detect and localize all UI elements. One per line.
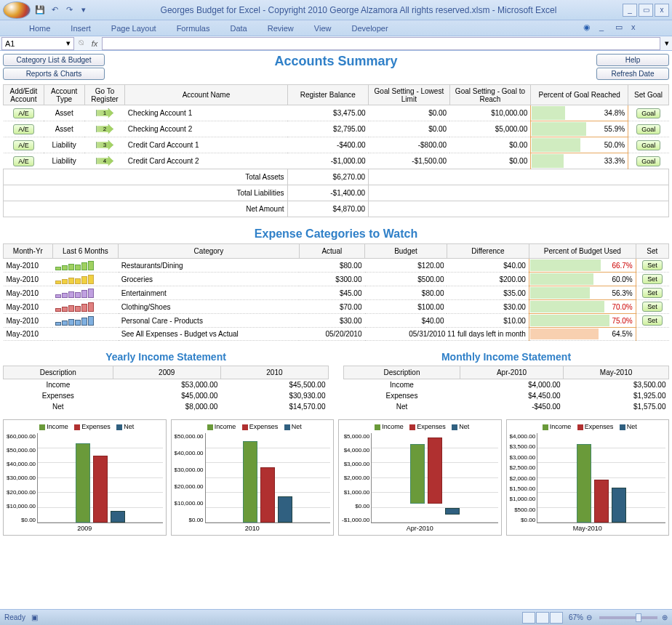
normal-view-button[interactable] xyxy=(522,612,535,624)
goto-register-arrow-icon[interactable]: 3 xyxy=(96,140,113,150)
chart-plot xyxy=(37,433,162,523)
save-icon[interactable]: 💾 xyxy=(33,4,47,17)
chevron-down-icon[interactable]: ▾ xyxy=(66,39,71,48)
see-all-link[interactable]: See All Expenses - Budget vs Actual xyxy=(119,328,300,341)
formula-input[interactable] xyxy=(102,37,660,50)
goal-button[interactable]: Goal xyxy=(636,124,660,134)
set-button[interactable]: Set xyxy=(642,260,663,270)
budget-value: $500.00 xyxy=(365,273,447,286)
tab-developer[interactable]: Developer xyxy=(351,24,388,33)
col-goal: Goal Setting - Goal to Reach xyxy=(449,85,531,105)
window-title: Georges Budget for Excel - Copyright 201… xyxy=(95,5,623,15)
month-yr: May-2010 xyxy=(4,273,53,286)
expense-row: May-2010 Groceries $300.00 $500.00 $200.… xyxy=(4,273,669,286)
tab-view[interactable]: View xyxy=(314,24,332,33)
expand-formula-icon[interactable]: ▾ xyxy=(662,39,672,48)
help-button[interactable]: Help xyxy=(596,54,669,66)
month-yr: May-2010 xyxy=(4,286,53,300)
col-budget: Budget xyxy=(365,244,447,259)
zoom-slider[interactable] xyxy=(599,616,657,619)
total-value: $4,870.00 xyxy=(287,201,369,217)
chart-yaxis: $4,000.00$3,500.00$3,000.00$2,500.00$2,0… xyxy=(510,433,537,523)
col-low: Goal Setting - Lowest Limit xyxy=(369,85,450,105)
ribbon-close-icon[interactable]: x xyxy=(631,23,643,34)
chart-xaxis: 2010 xyxy=(175,525,331,532)
goto-register-arrow-icon[interactable]: 4 xyxy=(96,156,113,166)
sparkline-icon xyxy=(55,315,115,326)
qat-dropdown-icon[interactable]: ▾ xyxy=(77,4,90,17)
percent-goal-cell: 34.8% xyxy=(531,105,628,121)
tab-home[interactable]: Home xyxy=(29,24,50,33)
goal-button[interactable]: Goal xyxy=(636,156,660,166)
category-name: Groceries xyxy=(119,273,300,286)
zoom-out-icon[interactable]: ⊖ xyxy=(586,613,592,621)
goal-button[interactable]: Goal xyxy=(636,108,660,118)
office-button[interactable] xyxy=(3,1,31,19)
set-button[interactable]: Set xyxy=(642,315,663,326)
maximize-button[interactable]: ▭ xyxy=(639,4,653,17)
col-balance: Register Balance xyxy=(287,85,369,105)
tab-review[interactable]: Review xyxy=(268,24,294,33)
actual-value: $300.00 xyxy=(299,273,364,286)
tab-insert[interactable]: Insert xyxy=(71,24,91,33)
budget-value: $100.00 xyxy=(365,300,447,314)
chart-legend: Income Expenses Net xyxy=(175,423,331,430)
cancel-formula-icon[interactable]: ⦰ xyxy=(76,39,87,48)
tab-page-layout[interactable]: Page Layout xyxy=(111,24,156,33)
reports-charts-button[interactable]: Reports & Charts xyxy=(3,68,105,80)
redo-icon[interactable]: ↷ xyxy=(63,4,76,17)
page-layout-view-button[interactable] xyxy=(536,612,549,624)
add-edit-button[interactable]: A/E xyxy=(13,156,34,166)
refresh-date-button[interactable]: Refresh Date xyxy=(596,68,669,80)
goal-button[interactable]: Goal xyxy=(636,140,660,150)
add-edit-button[interactable]: A/E xyxy=(13,124,34,134)
chart-yaxis: $5,000.00$4,000.00$3,000.00$2,000.00$1,0… xyxy=(342,433,371,523)
goto-register-arrow-icon[interactable]: 1 xyxy=(96,108,113,118)
add-edit-button[interactable]: A/E xyxy=(13,140,34,150)
fx-icon[interactable]: fx xyxy=(87,39,102,48)
category-list-button[interactable]: Category List & Budget xyxy=(3,54,105,66)
account-name: Credit Card Account 1 xyxy=(125,137,287,153)
total-label: Total Liabilities xyxy=(4,185,288,201)
chart-plot xyxy=(205,433,330,523)
close-button[interactable]: x xyxy=(655,4,669,17)
tab-data[interactable]: Data xyxy=(230,24,247,33)
goto-register-arrow-icon[interactable]: 2 xyxy=(96,124,113,134)
minimize-button[interactable]: _ xyxy=(623,4,637,17)
undo-icon[interactable]: ↶ xyxy=(48,4,61,17)
ribbon-minimize-icon[interactable]: _ xyxy=(599,23,611,34)
monthly-income-title: Monthly Income Statement xyxy=(343,351,669,363)
name-box-value: A1 xyxy=(5,39,15,48)
set-button[interactable]: Set xyxy=(642,302,663,312)
col-set: Set xyxy=(636,244,668,259)
ribbon-restore-icon[interactable]: ▭ xyxy=(615,23,627,34)
goal-low: -$800.00 xyxy=(369,137,450,153)
name-box[interactable]: A1 ▾ xyxy=(1,37,74,50)
tab-formulas[interactable]: Formulas xyxy=(177,24,210,33)
accounts-summary-title: Accounts Summary xyxy=(105,54,567,80)
chart-legend: Income Expenses Net xyxy=(510,423,666,430)
account-name: Checking Account 1 xyxy=(125,105,287,121)
percent-budget-cell: 75.0% xyxy=(529,314,636,328)
yearly-income-table: Description 2009 2010 Income$53,000.00$4… xyxy=(3,366,329,412)
help-icon[interactable]: ◉ xyxy=(583,23,595,34)
set-button[interactable]: Set xyxy=(642,274,663,284)
zoom-level[interactable]: 67% xyxy=(569,613,583,621)
budget-value: $80.00 xyxy=(365,286,447,300)
page-break-view-button[interactable] xyxy=(550,612,563,624)
yearly-income-title: Yearly Income Statement xyxy=(3,351,329,363)
zoom-in-icon[interactable]: ⊕ xyxy=(662,613,668,621)
set-button[interactable]: Set xyxy=(642,288,663,298)
col-last6: Last 6 Months xyxy=(52,244,118,259)
income-chart: Income Expenses Net $5,000.00$4,000.00$3… xyxy=(338,419,502,536)
sparkline-icon xyxy=(55,274,115,284)
add-edit-button[interactable]: A/E xyxy=(13,108,34,118)
total-value: -$1,400.00 xyxy=(287,185,369,201)
chart-plot xyxy=(371,433,497,523)
macro-record-icon[interactable]: ▣ xyxy=(31,613,38,621)
goal-low: $0.00 xyxy=(369,105,450,121)
formula-bar: A1 ▾ ⦰ fx ▾ xyxy=(0,36,672,51)
category-name: Entertainment xyxy=(119,286,300,300)
status-ready: Ready xyxy=(4,613,25,621)
total-label: Total Assets xyxy=(4,169,288,185)
